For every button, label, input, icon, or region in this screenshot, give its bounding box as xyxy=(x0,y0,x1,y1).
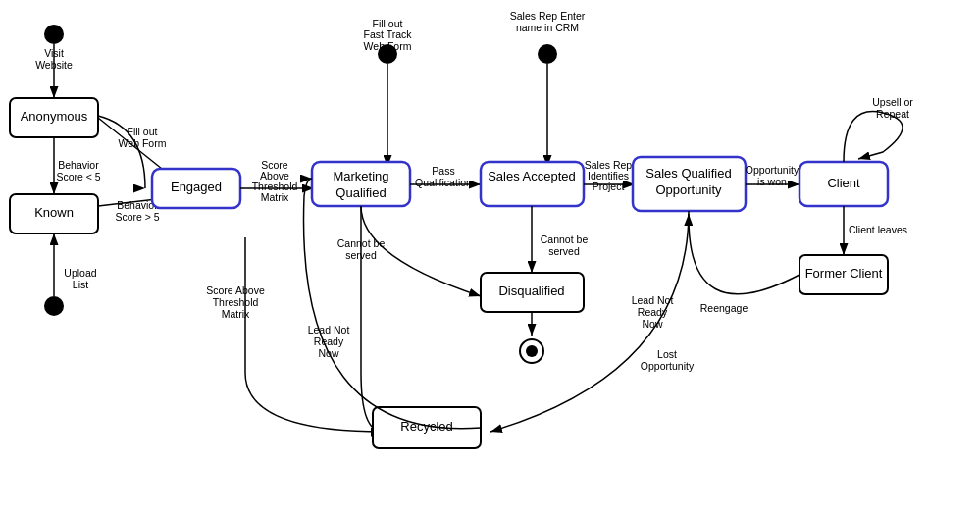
upload-list-label: Upload xyxy=(64,267,96,279)
salesrep-identifies-label3: Project xyxy=(593,181,625,192)
initial-state-upload xyxy=(44,296,64,316)
initial-state-salesrep xyxy=(538,44,557,64)
fill-web-form-label2: Web Form xyxy=(119,137,167,149)
lost-opp-label2: Opportunity xyxy=(641,360,695,372)
upsell-label: Upsell or xyxy=(872,96,913,108)
behavior-score-less-label2: Score < 5 xyxy=(56,171,100,182)
score-threshold-below-label: Score Above xyxy=(206,284,265,296)
mq-label2: Qualified xyxy=(335,185,386,200)
behavior-score-gt-label2: Score > 5 xyxy=(115,211,159,223)
cannot-served-sa-label2: served xyxy=(548,245,580,257)
sq-label1: Sales Qualified xyxy=(645,166,731,181)
sa-label1: Sales Accepted xyxy=(488,169,576,183)
reengage-label: Reengage xyxy=(700,302,748,314)
known-label: Known xyxy=(34,205,74,220)
lead-not-ready-mq-label2: Ready xyxy=(314,336,344,347)
fill-web-form-label: Fill out xyxy=(128,126,158,137)
arrow-former-sq xyxy=(689,214,799,294)
opp-won-label: Opportunity xyxy=(746,164,799,176)
former-client-label: Former Client xyxy=(805,266,883,281)
pass-qual-label: Pass xyxy=(432,165,454,177)
end-state-inner xyxy=(526,345,538,357)
mq-label1: Marketing xyxy=(333,169,388,183)
lead-not-ready-sq-label3: Now xyxy=(642,318,662,330)
opp-won-label2: is won xyxy=(757,176,787,187)
behavior-score-less-label: Behavior xyxy=(58,159,99,171)
initial-state-visit xyxy=(44,25,64,44)
arrow-mq-disq xyxy=(361,206,481,296)
lead-not-ready-mq-label: Lead Not xyxy=(308,324,350,336)
upload-list-label2: List xyxy=(73,279,88,290)
arrow-recycled-mq xyxy=(304,179,482,429)
lead-not-ready-sq-label2: Ready xyxy=(638,306,668,318)
fill-fasttrack-label3: Web Form xyxy=(364,40,412,52)
client-leaves-label: Client leaves xyxy=(849,224,907,235)
score-above-threshold-label4: Matrix xyxy=(261,191,289,203)
fill-fasttrack-label2: Fast Track xyxy=(363,28,412,40)
score-threshold-below-label2: Threshold xyxy=(213,296,259,308)
engaged-label: Engaged xyxy=(171,180,222,194)
salesrep-enter-label2: name in CRM xyxy=(516,22,579,33)
client-label: Client xyxy=(827,176,860,190)
salesrep-enter-label: Sales Rep Enter xyxy=(510,10,586,22)
disq-label: Disqualified xyxy=(498,284,564,298)
anonymous-label: Anonymous xyxy=(21,109,88,124)
lost-opp-label: Lost xyxy=(657,348,677,360)
lead-not-ready-sq-label: Lead Not xyxy=(632,294,674,306)
upsell-label2: Repeat xyxy=(876,108,909,120)
pass-qual-label2: Qualification xyxy=(415,177,472,188)
sq-label2: Opportunity xyxy=(655,182,722,197)
cannot-served-sa-label: Cannot be xyxy=(541,233,589,245)
